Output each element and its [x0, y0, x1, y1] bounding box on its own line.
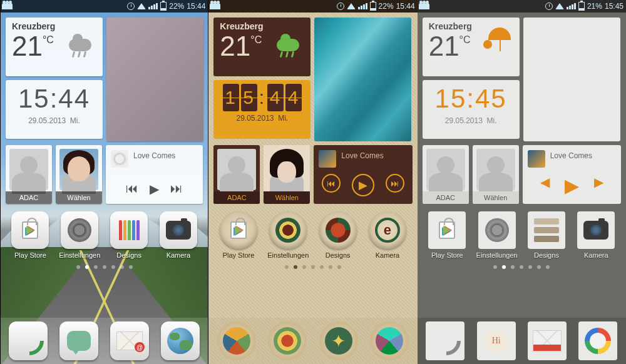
dock-browser[interactable]: [161, 321, 200, 360]
person-silhouette-icon: [217, 149, 256, 190]
person-silhouette-icon: [9, 149, 48, 190]
app-row: Play Store Einstellungen Designs e Kamer…: [213, 211, 412, 259]
phone-icon: [16, 329, 40, 353]
dock-phone[interactable]: [217, 321, 256, 360]
app-designs[interactable]: Designs: [525, 211, 568, 259]
clock-widget[interactable]: 15:45 29.05.2013 Mi.: [423, 80, 520, 139]
app-row: Play Store Einstellungen Designs Kamera: [423, 211, 621, 259]
clock-time: 15:44: [9, 84, 99, 114]
prev-track-button[interactable]: ⏮: [126, 181, 138, 196]
play-button[interactable]: ▶: [150, 181, 159, 196]
status-time: 15:44: [187, 2, 205, 11]
page-indicator[interactable]: [6, 265, 203, 269]
person-silhouette-icon: [426, 149, 465, 190]
music-widget[interactable]: Love Comes ⏮ ▶ ⏭: [314, 145, 412, 204]
gear-icon: [269, 211, 307, 249]
notification-icon: [211, 3, 220, 9]
app-play-store[interactable]: Play Store: [8, 211, 52, 259]
mail-icon: [325, 327, 352, 355]
contact-shortcut-waehlen[interactable]: Wählen: [473, 145, 519, 204]
contact-shortcut-adac[interactable]: ADAC: [423, 145, 469, 204]
weather-widget[interactable]: Kreuzberg 21°C: [6, 18, 103, 76]
globe-icon: [585, 328, 611, 354]
themes-icon: [319, 211, 357, 249]
page-indicator[interactable]: [423, 265, 621, 269]
dock-messages[interactable]: [268, 321, 307, 360]
app-designs[interactable]: Designs: [107, 211, 151, 259]
dock-mail[interactable]: [319, 321, 358, 360]
chat-icon: [67, 331, 91, 351]
dock-messages[interactable]: Hi: [477, 321, 516, 360]
camera-icon: e: [369, 211, 406, 249]
app-play-store[interactable]: Play Store: [217, 211, 260, 259]
contact-shortcut-waehlen[interactable]: Wählen: [264, 145, 310, 204]
app-designs[interactable]: Designs: [316, 211, 360, 259]
dock-messages[interactable]: [59, 321, 98, 360]
contact-shortcut-adac[interactable]: ADAC: [6, 145, 52, 204]
dock: [208, 318, 417, 364]
track-title: Love Comes: [133, 151, 175, 160]
chat-icon: [274, 327, 301, 355]
alarm-icon: [337, 3, 344, 10]
track-title: Love Comes: [550, 151, 592, 160]
status-bar[interactable]: 22% 15:44: [208, 0, 417, 13]
homescreen-theme-flat: 21% 15:45 Kreuzberg 21°C 15:45 29.05.201…: [418, 0, 626, 364]
album-art-icon: [319, 150, 336, 168]
camera-icon: [160, 211, 197, 249]
weather-location: Kreuzberg: [12, 21, 96, 31]
photo-widget[interactable]: [314, 18, 411, 141]
app-einstellungen[interactable]: Einstellungen: [58, 211, 101, 259]
play-store-icon: [428, 211, 466, 249]
play-button[interactable]: ▶: [352, 174, 374, 196]
music-widget[interactable]: Love Comes ◀ ▶ ▶: [523, 145, 621, 204]
next-track-button[interactable]: ⏭: [386, 174, 404, 193]
prev-track-button[interactable]: ⏮: [322, 174, 341, 193]
dock-phone[interactable]: [426, 321, 464, 360]
app-kamera[interactable]: e Kamera: [366, 211, 409, 259]
app-play-store[interactable]: Play Store: [425, 211, 469, 259]
dock-browser[interactable]: [578, 321, 617, 360]
weather-widget[interactable]: Kreuzberg 21°C: [213, 18, 310, 76]
clock-widget[interactable]: 15:44 29.05.2013 Mi.: [213, 80, 310, 139]
rain-icon: [277, 36, 305, 65]
next-track-button[interactable]: ▶: [594, 174, 603, 196]
homescreen-theme-retro: 22% 15:44 Kreuzberg 21°C 15:44 29.05.201…: [208, 0, 417, 364]
mail-icon: [533, 330, 562, 351]
photo-widget[interactable]: [523, 18, 620, 141]
alarm-icon: [545, 3, 553, 10]
page-indicator[interactable]: [213, 265, 412, 269]
next-track-button[interactable]: ⏭: [170, 181, 183, 196]
clock-time: 15:44: [217, 84, 307, 111]
play-store-icon: [220, 211, 257, 249]
app-einstellungen[interactable]: Einstellungen: [475, 211, 519, 259]
play-button[interactable]: ▶: [565, 174, 579, 196]
dock-browser[interactable]: [370, 321, 409, 360]
prev-track-button[interactable]: ◀: [540, 174, 550, 196]
wifi-icon: [137, 3, 146, 9]
photo-widget[interactable]: [106, 18, 203, 141]
weather-widget[interactable]: Kreuzberg 21°C: [423, 18, 520, 76]
battery-icon: [370, 2, 376, 11]
clock-widget[interactable]: 15:44 29.05.2013 Mi.: [6, 80, 103, 139]
dock-mail[interactable]: [528, 321, 567, 360]
themes-icon: [110, 211, 148, 249]
contact-shortcut-adac[interactable]: ADAC: [213, 145, 260, 204]
gear-icon: [61, 211, 98, 249]
phone-icon: [223, 327, 250, 355]
weather-location: Kreuzberg: [220, 21, 304, 31]
status-bar[interactable]: 22% 15:44: [1, 0, 208, 13]
app-einstellungen[interactable]: Einstellungen: [266, 211, 310, 259]
status-time: 15:45: [605, 2, 623, 11]
dock-phone[interactable]: [9, 321, 48, 360]
music-widget[interactable]: Love Comes ⏮ ▶ ⏭: [106, 145, 203, 204]
dock: @: [1, 318, 208, 364]
app-kamera[interactable]: Kamera: [156, 211, 200, 259]
app-kamera[interactable]: Kamera: [574, 211, 618, 259]
notification-icon: [3, 3, 13, 9]
globe-icon: [376, 327, 403, 355]
contact-shortcut-waehlen[interactable]: Wählen: [56, 145, 102, 204]
phone-icon: [433, 329, 457, 353]
status-bar[interactable]: 21% 15:45: [418, 0, 626, 13]
notification-badge: @: [135, 342, 145, 352]
dock-mail[interactable]: @: [110, 321, 149, 360]
